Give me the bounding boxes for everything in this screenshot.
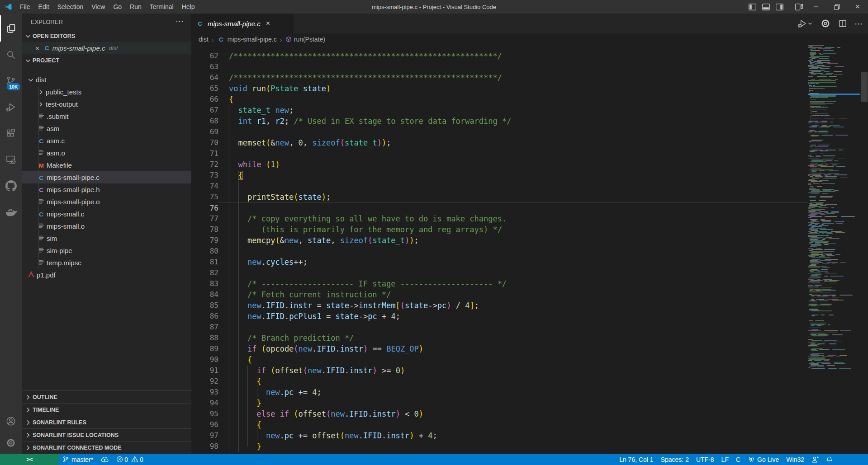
tab-mips-small-pipe[interactable]: C mips-small-pipe.c × [191,14,294,33]
section-sonarlint-issue-locations[interactable]: SONARLINT ISSUE LOCATIONS [22,428,191,441]
section-project[interactable]: PROJECT [22,54,191,66]
tree-item-dist[interactable]: dist [22,74,191,86]
tab-close-icon[interactable]: × [266,19,270,28]
tree-item-Makefile[interactable]: MMakefile [22,159,191,171]
activity-github[interactable] [0,173,22,199]
code-line-95[interactable]: 95 else if (offset(new.IFID.instr) < 0) [191,409,808,419]
code-line-74[interactable]: 74 [191,181,808,192]
tree-item-public_tests[interactable]: public_tests [22,86,191,98]
activity-account[interactable] [0,410,22,432]
menu-run[interactable]: Run [126,0,146,14]
tree-item-sim[interactable]: sim [22,232,191,244]
code-line-90[interactable]: 90 { [191,354,808,365]
minimize-button[interactable] [806,0,826,14]
tree-item-mips-small.c[interactable]: Cmips-small.c [22,208,191,220]
status-encoding[interactable]: UTF-8 [693,454,718,465]
activity-settings[interactable] [0,432,22,454]
code-line-86[interactable]: 86 new.IFID.pcPlus1 = state->pc + 4; [191,311,808,322]
minimap[interactable] [808,45,860,454]
status-eol[interactable]: LF [718,454,732,465]
code-line-76[interactable]: 76 [218,202,808,213]
code-line-72[interactable]: 72 while (1) [191,159,808,170]
tree-item-.submit[interactable]: .submit [22,110,191,122]
tree-item-mips-small-pipe.c[interactable]: Cmips-small-pipe.c [22,171,191,183]
menu-view[interactable]: View [87,0,109,14]
code-line-91[interactable]: 91 if (offset(new.IFID.instr) >= 0) [191,365,808,376]
status-go-live[interactable]: Go Live [744,454,783,465]
section-open-editors[interactable]: OPEN EDITORS [22,30,191,42]
status-indentation[interactable]: Spaces: 2 [657,454,693,465]
code-line-97[interactable]: 97 new.pc += offset(new.IFID.instr) + 4; [191,430,808,441]
breadcrumb-item[interactable]: Cmips-small-pipe.c [217,36,277,43]
menu-help[interactable]: Help [178,0,199,14]
code-line-93[interactable]: 93 new.pc += 4; [191,387,808,398]
status-feedback[interactable] [808,454,822,465]
activity-remote-explorer[interactable] [0,146,22,173]
editor-scrollbar[interactable] [860,45,868,454]
activity-source-control[interactable]: 10K [0,68,22,94]
open-editor-item[interactable]: × C mips-small-pipe.c dist [22,42,191,54]
code-line-89[interactable]: 89 if (opcode(new.IFID.instr) == BEQZ_OP… [191,343,808,354]
status-language-mode[interactable]: C [732,454,744,465]
code-line-96[interactable]: 96 { [191,419,808,430]
code-line-64[interactable]: 64/*************************************… [191,72,808,83]
code-line-77[interactable]: 77 /* copy everything so all we have to … [191,213,808,224]
code-line-88[interactable]: 88 /* Branch prediction */ [191,333,808,343]
menu-edit[interactable]: Edit [34,0,53,14]
run-or-debug-button[interactable] [797,19,813,28]
section-outline[interactable]: OUTLINE [22,390,191,403]
explorer-more-actions-icon[interactable]: ⋯ [175,16,184,26]
activity-explorer[interactable] [0,15,22,42]
code-line-85[interactable]: 85 new.IFID.instr = state->instrMem[(sta… [191,300,808,311]
scrollbar-thumb[interactable] [861,72,868,102]
split-editor-button[interactable] [838,19,847,28]
section-sonarlint-connected-mode[interactable]: SONARLINT CONNECTED MODE [22,441,191,454]
menu-file[interactable]: File [16,0,34,14]
code-line-63[interactable]: 63 [191,61,808,72]
close-button[interactable]: × [847,0,868,14]
code-line-71[interactable]: 71 [191,148,808,159]
close-icon[interactable]: × [35,44,39,52]
layout-sidebar-left-button[interactable] [745,0,759,14]
tree-item-p1.pdf[interactable]: p1.pdf [22,269,191,281]
remote-indicator[interactable]: >< [0,454,59,465]
activity-search[interactable] [0,42,22,68]
status-branch[interactable]: master* [59,454,97,465]
code-line-73[interactable]: 73 { [191,170,808,181]
layout-customize-button[interactable] [792,0,806,14]
code-line-82[interactable]: 82 [191,268,808,278]
settings-gear-button[interactable] [820,18,831,29]
code-line-68[interactable]: 68 int r1, r2; /* Used in EX stage to st… [191,116,808,127]
code-line-78[interactable]: 78 (this is primarily for the memory and… [191,224,808,235]
code-line-81[interactable]: 81 new.cycles++; [191,257,808,268]
breadcrumb-item[interactable]: dist [199,36,209,43]
tree-item-asm.c[interactable]: Casm.c [22,135,191,147]
code-line-94[interactable]: 94 } [191,398,808,409]
code-line-83[interactable]: 83 /* -------------------- IF stage ----… [191,278,808,289]
code-line-92[interactable]: 92 { [191,376,808,387]
tree-item-asm.o[interactable]: asm.o [22,147,191,159]
tree-item-mips-small-pipe.o[interactable]: mips-small-pipe.o [22,196,191,208]
activity-run-debug[interactable] [0,94,22,120]
tree-item-mips-small-pipe.h[interactable]: Cmips-small-pipe.h [22,183,191,196]
status-platform[interactable]: Win32 [783,454,808,465]
tree-item-temp.mipsc[interactable]: temp.mipsc [22,257,191,269]
code-line-75[interactable]: 75 printState(state); [191,192,808,202]
tree-item-test-output[interactable]: test-output [22,98,191,110]
code-line-80[interactable]: 80 [191,246,808,257]
more-actions-button[interactable]: ⋯ [854,19,863,29]
code-line-84[interactable]: 84 /* Fetch current instruction */ [191,289,808,300]
tree-item-sim-pipe[interactable]: sim-pipe [22,244,191,257]
status-cursor-position[interactable]: Ln 76, Col 1 [616,454,657,465]
code-line-66[interactable]: 66{ [191,94,808,105]
code-line-98[interactable]: 98 } [191,441,808,452]
code-line-79[interactable]: 79 memcpy(&new, state, sizeof(state_t)); [191,235,808,246]
layout-panel-button[interactable] [759,0,773,14]
status-sync[interactable] [97,454,113,465]
code-line-67[interactable]: 67 state_t new; [191,105,808,116]
menu-selection[interactable]: Selection [53,0,88,14]
section-sonarlint-rules[interactable]: SONARLINT RULES [22,416,191,428]
code-line-87[interactable]: 87 [191,322,808,333]
breadcrumb-item[interactable]: run(Pstate) [285,36,325,43]
status-notifications[interactable] [822,454,836,465]
